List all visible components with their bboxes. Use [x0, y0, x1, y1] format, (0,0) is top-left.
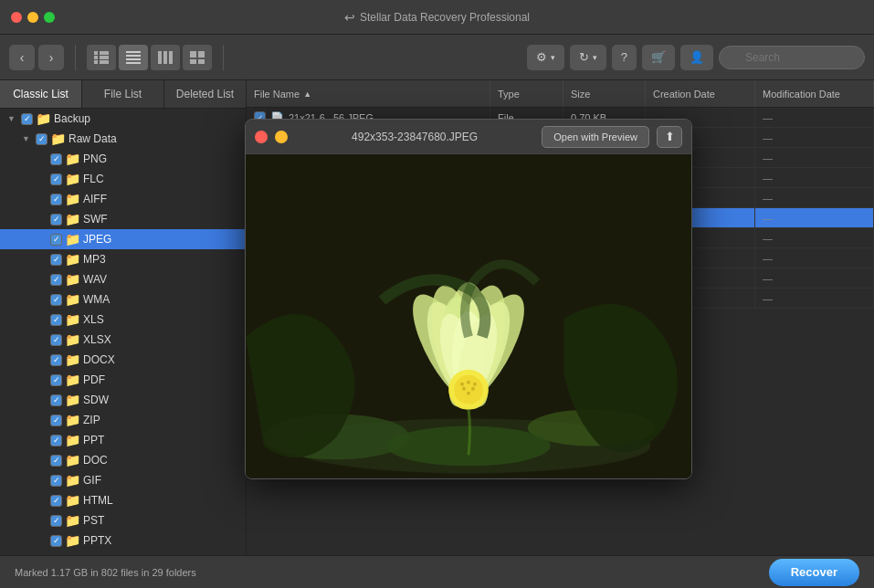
svg-rect-6 [126, 51, 141, 53]
folder-icon: 📁 [65, 413, 80, 427]
sidebar-item-pdf[interactable]: ▼ ✓ 📁 PDF [0, 370, 246, 390]
cart-button[interactable]: 🛒 [642, 45, 675, 70]
checkbox-doc[interactable]: ✓ [50, 455, 62, 467]
sidebar-item-html[interactable]: ▼ ✓ 📁 HTML [0, 490, 246, 510]
open-with-preview-button[interactable]: Open with Preview [542, 126, 649, 148]
titlebar: ↩ Stellar Data Recovery Professional [0, 0, 874, 35]
sidebar-item-zip[interactable]: ▼ ✓ 📁 ZIP [0, 410, 246, 430]
checkbox-xls[interactable]: ✓ [50, 314, 62, 326]
title-icon: ↩ [344, 10, 355, 25]
checkbox-gif[interactable]: ✓ [50, 475, 62, 487]
checkbox-flc[interactable]: ✓ [50, 173, 62, 185]
refresh-icon: ↻ [579, 50, 589, 64]
sidebar-item-aiff[interactable]: ▼ ✓ 📁 AIFF [0, 189, 246, 209]
sidebar-item-label: HTML [83, 494, 113, 507]
checkbox-pst[interactable]: ✓ [50, 515, 62, 527]
checkbox-swf[interactable]: ✓ [50, 214, 62, 226]
checkbox-wma[interactable]: ✓ [50, 294, 62, 306]
forward-button[interactable]: › [38, 45, 64, 70]
sidebar-item-xlsx[interactable]: ▼ ✓ 📁 XLSX [0, 330, 246, 350]
minimize-button[interactable] [27, 12, 38, 23]
tab-bar: Classic List File List Deleted List [0, 80, 246, 109]
checkbox-backup[interactable]: ✓ [21, 113, 33, 125]
help-icon: ? [621, 50, 627, 64]
folder-icon: 📁 [65, 332, 80, 347]
folder-icon: 📁 [65, 352, 80, 367]
preview-minimize-button[interactable] [275, 131, 288, 143]
sidebar-item-sdw[interactable]: ▼ ✓ 📁 SDW [0, 390, 246, 410]
sidebar-item-flc[interactable]: ▼ ✓ 📁 FLC [0, 169, 246, 189]
tab-file-list[interactable]: File List [82, 80, 164, 108]
refresh-button[interactable]: ↻ ▾ [570, 45, 606, 70]
checkbox-jpeg[interactable]: ✓ [50, 234, 62, 246]
user-button[interactable]: 👤 [680, 45, 713, 70]
svg-rect-1 [94, 56, 98, 59]
sidebar-item-swf[interactable]: ▼ ✓ 📁 SWF [0, 209, 246, 229]
view-cover-button[interactable] [183, 45, 212, 70]
back-button[interactable]: ‹ [9, 45, 35, 70]
search-input[interactable] [719, 46, 865, 69]
close-button[interactable] [11, 12, 22, 23]
help-button[interactable]: ? [612, 45, 637, 70]
svg-rect-8 [126, 58, 141, 60]
sidebar-item-ppt[interactable]: ▼ ✓ 📁 PPT [0, 430, 246, 450]
checkbox-pdf[interactable]: ✓ [50, 374, 62, 386]
sidebar-item-png[interactable]: ▼ ✓ 📁 PNG [0, 149, 246, 169]
td-modification: — [755, 128, 874, 147]
sidebar-item-pptx[interactable]: ▼ ✓ 📁 PPTX [0, 530, 246, 551]
sidebar-item-jpeg[interactable]: ▼ ✓ 📁 JPEG [0, 229, 246, 249]
view-list-button[interactable] [87, 45, 116, 70]
maximize-button[interactable] [44, 12, 55, 23]
checkbox-pptx[interactable]: ✓ [50, 535, 62, 547]
sidebar-item-mp3[interactable]: ▼ ✓ 📁 MP3 [0, 249, 246, 269]
checkbox-sdw[interactable]: ✓ [50, 394, 62, 406]
th-modification-label: Modification Date [763, 89, 840, 100]
table-header: File Name ▲ Type Size Creation Date Modi… [247, 80, 874, 108]
checkbox-rawdata[interactable]: ✓ [36, 133, 47, 145]
checkbox-png[interactable]: ✓ [50, 153, 62, 165]
tab-deleted-list[interactable]: Deleted List [164, 80, 246, 108]
preview-close-button[interactable] [255, 131, 268, 143]
th-type[interactable]: Type [490, 80, 563, 107]
th-creation[interactable]: Creation Date [646, 80, 755, 107]
sidebar-item-backup[interactable]: ▼ ✓ 📁 Backup [0, 109, 246, 129]
checkbox-zip[interactable]: ✓ [50, 415, 62, 426]
share-button[interactable]: ⬆ [657, 126, 682, 148]
sidebar-item-rawdata[interactable]: ▼ ✓ 📁 Raw Data [0, 129, 246, 149]
sidebar-item-xls[interactable]: ▼ ✓ 📁 XLS [0, 310, 246, 330]
sidebar-item-wav[interactable]: ▼ ✓ 📁 WAV [0, 269, 246, 289]
sidebar-item-gif[interactable]: ▼ ✓ 📁 GIF [0, 470, 246, 490]
checkbox-docx[interactable]: ✓ [50, 354, 62, 366]
sidebar-item-docx[interactable]: ▼ ✓ 📁 DOCX [0, 350, 246, 370]
sidebar-item-doc[interactable]: ▼ ✓ 📁 DOC [0, 450, 246, 470]
th-modification[interactable]: Modification Date [755, 80, 874, 107]
view-detail-button[interactable] [119, 45, 148, 70]
sort-icon: ▲ [303, 89, 311, 99]
svg-rect-2 [94, 60, 98, 64]
folder-icon: 📁 [65, 393, 80, 407]
view-column-button[interactable] [151, 45, 180, 70]
svg-rect-14 [198, 51, 205, 58]
sidebar-item-pst[interactable]: ▼ ✓ 📁 PST [0, 510, 246, 530]
chevron-down-icon: ▼ [7, 114, 18, 123]
folder-icon: 📁 [65, 172, 80, 186]
th-filename[interactable]: File Name ▲ [247, 80, 490, 107]
checkbox-xlsx[interactable]: ✓ [50, 334, 62, 346]
folder-icon: 📁 [65, 493, 80, 508]
checkbox-aiff[interactable]: ✓ [50, 194, 62, 205]
recover-button[interactable]: Recover [769, 559, 859, 586]
td-modification: — [755, 248, 874, 268]
share-icon: ⬆ [665, 130, 675, 143]
checkbox-ppt[interactable]: ✓ [50, 435, 62, 446]
checkbox-wav[interactable]: ✓ [50, 274, 62, 286]
svg-point-39 [462, 387, 466, 391]
sidebar-item-wma[interactable]: ▼ ✓ 📁 WMA [0, 289, 246, 310]
checkbox-html[interactable]: ✓ [50, 495, 62, 507]
tab-classic-list[interactable]: Classic List [0, 80, 82, 108]
settings-button[interactable]: ⚙ ▾ [527, 45, 564, 70]
th-size[interactable]: Size [563, 80, 646, 107]
checkbox-mp3[interactable]: ✓ [50, 254, 62, 266]
preview-popup: 492x353-23847680.JPEG Open with Preview … [245, 119, 692, 479]
traffic-lights [11, 12, 55, 23]
svg-point-36 [460, 383, 464, 386]
